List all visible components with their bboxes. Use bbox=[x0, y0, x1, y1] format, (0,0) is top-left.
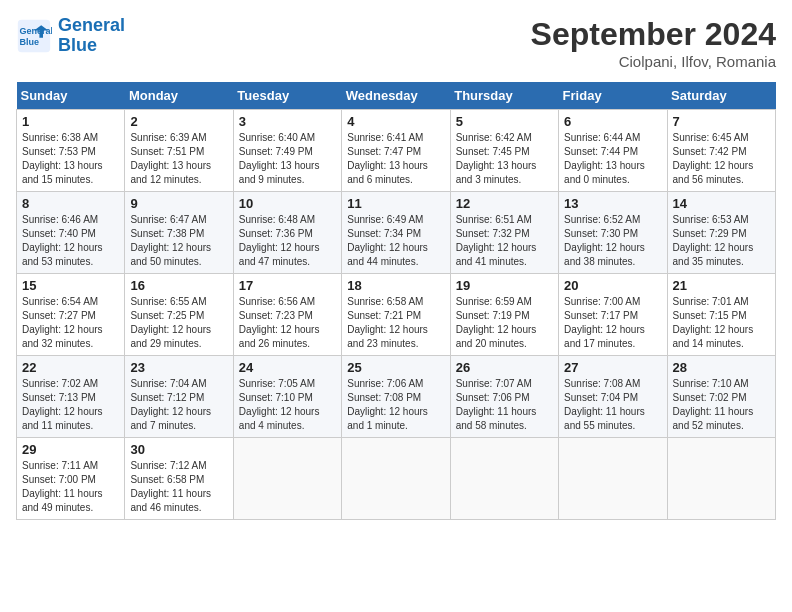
svg-text:Blue: Blue bbox=[20, 37, 40, 47]
table-row bbox=[559, 438, 667, 520]
table-row: 23Sunrise: 7:04 AMSunset: 7:12 PMDayligh… bbox=[125, 356, 233, 438]
col-tuesday: Tuesday bbox=[233, 82, 341, 110]
col-sunday: Sunday bbox=[17, 82, 125, 110]
table-row: 17Sunrise: 6:56 AMSunset: 7:23 PMDayligh… bbox=[233, 274, 341, 356]
table-row: 25Sunrise: 7:06 AMSunset: 7:08 PMDayligh… bbox=[342, 356, 450, 438]
table-row: 3Sunrise: 6:40 AMSunset: 7:49 PMDaylight… bbox=[233, 110, 341, 192]
table-row: 22Sunrise: 7:02 AMSunset: 7:13 PMDayligh… bbox=[17, 356, 125, 438]
table-row: 26Sunrise: 7:07 AMSunset: 7:06 PMDayligh… bbox=[450, 356, 558, 438]
table-row: 19Sunrise: 6:59 AMSunset: 7:19 PMDayligh… bbox=[450, 274, 558, 356]
col-thursday: Thursday bbox=[450, 82, 558, 110]
table-row bbox=[450, 438, 558, 520]
table-row: 6Sunrise: 6:44 AMSunset: 7:44 PMDaylight… bbox=[559, 110, 667, 192]
table-row bbox=[233, 438, 341, 520]
table-row: 27Sunrise: 7:08 AMSunset: 7:04 PMDayligh… bbox=[559, 356, 667, 438]
table-row: 15Sunrise: 6:54 AMSunset: 7:27 PMDayligh… bbox=[17, 274, 125, 356]
table-row: 9Sunrise: 6:47 AMSunset: 7:38 PMDaylight… bbox=[125, 192, 233, 274]
table-row: 24Sunrise: 7:05 AMSunset: 7:10 PMDayligh… bbox=[233, 356, 341, 438]
table-row: 11Sunrise: 6:49 AMSunset: 7:34 PMDayligh… bbox=[342, 192, 450, 274]
calendar-table: Sunday Monday Tuesday Wednesday Thursday… bbox=[16, 82, 776, 520]
week-row-4: 22Sunrise: 7:02 AMSunset: 7:13 PMDayligh… bbox=[17, 356, 776, 438]
subtitle: Ciolpani, Ilfov, Romania bbox=[531, 53, 776, 70]
table-row: 21Sunrise: 7:01 AMSunset: 7:15 PMDayligh… bbox=[667, 274, 775, 356]
week-row-3: 15Sunrise: 6:54 AMSunset: 7:27 PMDayligh… bbox=[17, 274, 776, 356]
col-monday: Monday bbox=[125, 82, 233, 110]
table-row: 8Sunrise: 6:46 AMSunset: 7:40 PMDaylight… bbox=[17, 192, 125, 274]
table-row: 4Sunrise: 6:41 AMSunset: 7:47 PMDaylight… bbox=[342, 110, 450, 192]
table-row: 20Sunrise: 7:00 AMSunset: 7:17 PMDayligh… bbox=[559, 274, 667, 356]
table-row: 7Sunrise: 6:45 AMSunset: 7:42 PMDaylight… bbox=[667, 110, 775, 192]
svg-text:General: General bbox=[20, 26, 52, 36]
col-friday: Friday bbox=[559, 82, 667, 110]
table-row: 14Sunrise: 6:53 AMSunset: 7:29 PMDayligh… bbox=[667, 192, 775, 274]
week-row-2: 8Sunrise: 6:46 AMSunset: 7:40 PMDaylight… bbox=[17, 192, 776, 274]
table-row bbox=[667, 438, 775, 520]
table-row: 1Sunrise: 6:38 AMSunset: 7:53 PMDaylight… bbox=[17, 110, 125, 192]
table-row: 30Sunrise: 7:12 AMSunset: 6:58 PMDayligh… bbox=[125, 438, 233, 520]
week-row-5: 29Sunrise: 7:11 AMSunset: 7:00 PMDayligh… bbox=[17, 438, 776, 520]
logo: General Blue General Blue bbox=[16, 16, 125, 56]
logo-icon: General Blue bbox=[16, 18, 52, 54]
table-row: 13Sunrise: 6:52 AMSunset: 7:30 PMDayligh… bbox=[559, 192, 667, 274]
table-row: 5Sunrise: 6:42 AMSunset: 7:45 PMDaylight… bbox=[450, 110, 558, 192]
table-row: 16Sunrise: 6:55 AMSunset: 7:25 PMDayligh… bbox=[125, 274, 233, 356]
table-row: 29Sunrise: 7:11 AMSunset: 7:00 PMDayligh… bbox=[17, 438, 125, 520]
col-wednesday: Wednesday bbox=[342, 82, 450, 110]
title-area: September 2024 Ciolpani, Ilfov, Romania bbox=[531, 16, 776, 70]
table-row bbox=[342, 438, 450, 520]
logo-text: General Blue bbox=[58, 16, 125, 56]
table-row: 12Sunrise: 6:51 AMSunset: 7:32 PMDayligh… bbox=[450, 192, 558, 274]
header: General Blue General Blue September 2024… bbox=[16, 16, 776, 70]
table-row: 2Sunrise: 6:39 AMSunset: 7:51 PMDaylight… bbox=[125, 110, 233, 192]
table-row: 28Sunrise: 7:10 AMSunset: 7:02 PMDayligh… bbox=[667, 356, 775, 438]
table-row: 10Sunrise: 6:48 AMSunset: 7:36 PMDayligh… bbox=[233, 192, 341, 274]
header-row: Sunday Monday Tuesday Wednesday Thursday… bbox=[17, 82, 776, 110]
week-row-1: 1Sunrise: 6:38 AMSunset: 7:53 PMDaylight… bbox=[17, 110, 776, 192]
month-title: September 2024 bbox=[531, 16, 776, 53]
table-row: 18Sunrise: 6:58 AMSunset: 7:21 PMDayligh… bbox=[342, 274, 450, 356]
col-saturday: Saturday bbox=[667, 82, 775, 110]
